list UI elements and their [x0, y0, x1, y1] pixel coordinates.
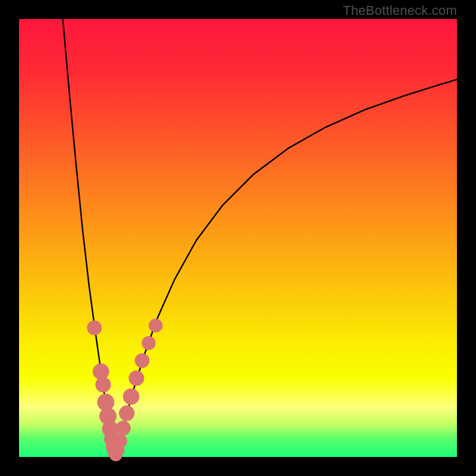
data-bead [129, 370, 144, 386]
data-bead [116, 421, 131, 436]
plot-area [19, 19, 457, 457]
curve-layer [19, 19, 457, 457]
watermark-text: TheBottleneck.com [343, 3, 457, 18]
data-bead [142, 336, 155, 350]
data-bead [123, 389, 140, 405]
data-bead [113, 434, 127, 448]
data-bead [134, 353, 149, 368]
data-bead [119, 405, 134, 421]
chart-frame: TheBottleneck.com [0, 0, 476, 476]
data-bead [87, 320, 102, 335]
data-bead [149, 319, 162, 333]
data-beads [87, 319, 162, 462]
curve-right-branch [115, 80, 457, 455]
data-bead [95, 377, 111, 392]
